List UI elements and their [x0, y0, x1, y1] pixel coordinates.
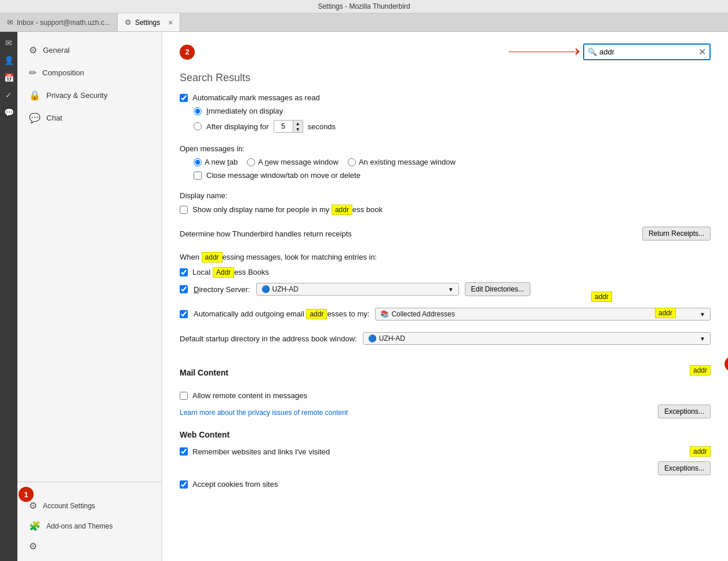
search-input[interactable] — [599, 48, 698, 56]
close-message-checkbox[interactable] — [194, 172, 202, 180]
local-address-books-row: Local Address Books — [180, 267, 711, 278]
auto-add-checkbox[interactable] — [180, 310, 188, 318]
account-settings-icon: ⚙ — [29, 500, 37, 511]
dropdown-arrow-icon3: ▼ — [700, 336, 705, 342]
collected-icon: 📚 — [380, 310, 389, 318]
return-receipts-group: Determine how Thunderbird handles return… — [180, 227, 711, 241]
addons-icon: 🧩 — [29, 520, 41, 531]
auto-mark-label: Automatically mark messages as read — [192, 93, 320, 102]
existing-message-window-label: An existing message window — [359, 158, 456, 166]
sidebar-item-composition[interactable]: ✏ Composition — [17, 61, 162, 84]
auto-mark-row: Automatically mark messages as read — [180, 93, 711, 102]
web-content-header: Web Content — [180, 430, 711, 439]
new-tab-option: A new tab — [194, 158, 238, 166]
new-message-window-radio[interactable] — [247, 158, 255, 166]
tasks-icon[interactable]: ✓ — [2, 89, 15, 101]
sidebar-item-privacy[interactable]: 🔒 Privacy & Security — [17, 84, 162, 107]
tab-bar: ✉ Inbox - support@math.uzh.c... ⚙ Settin… — [0, 13, 728, 32]
new-tab-radio[interactable] — [194, 158, 202, 166]
exceptions-button-2[interactable]: Exceptions... — [658, 461, 711, 475]
existing-message-window-radio[interactable] — [348, 158, 356, 166]
calendar-icon[interactable]: 📅 — [2, 71, 15, 84]
addressing-group: When addressing messages, look for match… — [180, 252, 711, 296]
mail-icon[interactable]: ✉ — [2, 37, 15, 49]
inbox-tab-icon: ✉ — [7, 18, 13, 27]
close-message-label: Close message window/tab on move or dele… — [206, 171, 361, 180]
after-displaying-radio[interactable] — [194, 122, 202, 130]
sidebar-label-account-settings: Account Settings — [43, 502, 95, 510]
accept-cookies-checkbox[interactable] — [180, 480, 188, 489]
sidebar-item-settings-gear[interactable]: ⚙ — [17, 536, 162, 556]
tab-inbox[interactable]: ✉ Inbox - support@math.uzh.c... — [0, 13, 118, 31]
addr-badge-mail-content: addr — [690, 365, 711, 376]
mail-content-group: Mail Content addr 5 Allow remote content… — [180, 356, 711, 418]
seconds-label: seconds — [308, 122, 336, 131]
new-tab-label: A new tab — [205, 158, 238, 166]
local-address-books-checkbox[interactable] — [180, 268, 188, 276]
privacy-icon: 🔒 — [29, 90, 41, 101]
seconds-spinner[interactable]: ▲ ▼ — [274, 120, 303, 133]
composition-icon: ✏ — [29, 67, 37, 78]
close-message-row: Close message window/tab on move or dele… — [194, 171, 711, 180]
sidebar-bottom: 1 ⚙ Account Settings 🧩 Add-ons and Theme… — [17, 482, 162, 561]
return-receipts-label: Determine how Thunderbird handles return… — [180, 230, 352, 238]
addr-highlight-3: Addr — [213, 267, 234, 278]
display-name-group: Display name: Show only display name for… — [180, 191, 711, 215]
allow-remote-label: Allow remote content in messages — [192, 391, 307, 400]
tab-close-button[interactable]: × — [168, 18, 173, 27]
immediately-label: Immediately on display — [206, 107, 283, 115]
return-receipts-button[interactable]: Return Receipts... — [642, 227, 711, 241]
default-startup-label: Default startup directory in the address… — [180, 334, 357, 343]
mail-content-header: Mail Content — [180, 368, 228, 377]
edit-directories-button[interactable]: Edit Directories... — [465, 282, 530, 296]
allow-remote-checkbox[interactable] — [180, 392, 188, 400]
after-displaying-row: After displaying for ▲ ▼ seconds — [194, 120, 711, 133]
sidebar-label-privacy: Privacy & Security — [46, 91, 107, 100]
accept-cookies-label: Accept cookies from sites — [192, 480, 278, 489]
immediately-radio[interactable] — [194, 107, 202, 115]
search-box: 🔍 ✕ — [583, 43, 711, 60]
dropdown-arrow-icon: ▼ — [448, 286, 454, 293]
tab-settings-label: Settings — [135, 19, 160, 27]
accept-cookies-row: Accept cookies from sites — [180, 480, 711, 489]
addr-badge-dir: addr — [591, 292, 612, 302]
sidebar-item-addons[interactable]: 🧩 Add-ons and Themes — [17, 516, 162, 536]
addr-badge-remember: addr — [690, 446, 711, 457]
auto-mark-checkbox[interactable] — [180, 94, 188, 102]
tab-inbox-label: Inbox - support@math.uzh.c... — [17, 19, 110, 27]
web-content-group: Web Content Remember websites and links … — [180, 430, 711, 489]
spinner-down[interactable]: ▼ — [293, 126, 303, 132]
directory-server-dropdown[interactable]: 🔵 UZH-AD ▼ — [256, 283, 459, 296]
show-only-display-checkbox[interactable] — [180, 206, 188, 214]
spinner-up[interactable]: ▲ — [293, 121, 303, 126]
sidebar-item-general[interactable]: ⚙ General — [17, 39, 162, 61]
new-message-window-label: A new message window — [258, 158, 338, 166]
sidebar-item-account-settings[interactable]: ⚙ Account Settings — [17, 496, 162, 516]
after-displaying-label: After displaying for — [206, 122, 269, 131]
tab-settings[interactable]: ⚙ Settings × — [118, 13, 181, 31]
learn-more-link[interactable]: Learn more about the privacy issues of r… — [180, 409, 348, 417]
annotation-badge-1: 1 — [19, 487, 34, 502]
settings-tab-icon: ⚙ — [125, 18, 132, 27]
main-content: 2 🔍 ✕ Search Results — [162, 32, 728, 561]
remember-websites-checkbox[interactable] — [180, 447, 188, 456]
sidebar-item-chat[interactable]: 💬 Chat — [17, 107, 162, 129]
section-title: Search Results — [180, 72, 711, 84]
directory-server-value: UZH-AD — [272, 285, 299, 293]
exceptions-button[interactable]: Exceptions... — [658, 405, 711, 418]
show-only-display-row: Show only display name for people in my … — [180, 205, 711, 215]
chat-icon[interactable]: 💬 — [2, 106, 15, 119]
address-book-icon[interactable]: 👤 — [2, 54, 15, 67]
sidebar-label-composition: Composition — [42, 68, 84, 77]
default-startup-dropdown[interactable]: 🔵 UZH-AD ▼ — [363, 332, 711, 345]
show-only-display-label: Show only display name for people in my … — [192, 205, 383, 215]
spinner-controls: ▲ ▼ — [293, 121, 303, 132]
open-messages-radio-group: A new tab A new message window An existi… — [194, 158, 711, 166]
default-startup-group: Default startup directory in the address… — [180, 332, 711, 345]
addr-highlight-2: addr — [202, 252, 223, 263]
seconds-input[interactable] — [274, 122, 293, 131]
directory-server-checkbox[interactable] — [180, 285, 188, 293]
search-clear-button[interactable]: ✕ — [698, 46, 706, 57]
server-icon: 🔵 — [261, 285, 270, 293]
open-messages-group: Open messages in: A new tab A new messag… — [180, 144, 711, 180]
